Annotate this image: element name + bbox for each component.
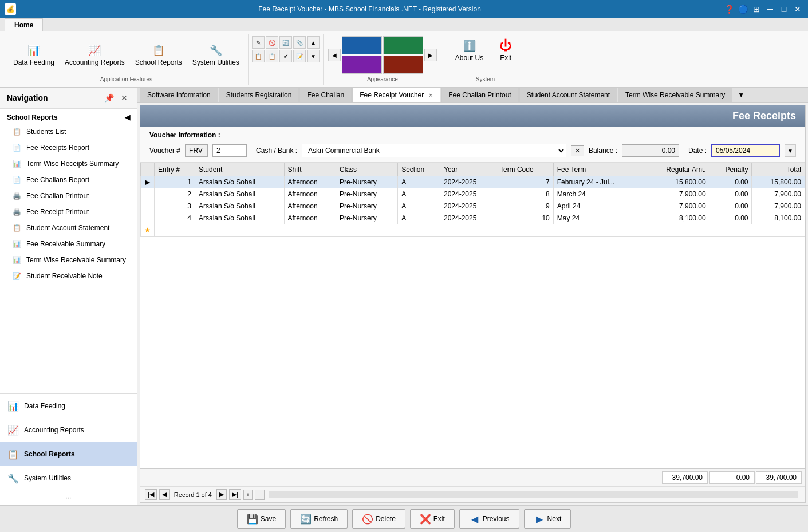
- exit-ribbon-btn[interactable]: ⏻ Exit: [492, 36, 519, 65]
- restore-button[interactable]: ⊞: [751, 3, 762, 15]
- nav-delete-btn[interactable]: −: [255, 490, 264, 500]
- tab-fee-receipt-voucher[interactable]: Fee Receipt Voucher ✕: [352, 88, 440, 103]
- color-swatch-blue[interactable]: [342, 36, 382, 54]
- tab-software-info[interactable]: Software Information: [140, 88, 218, 102]
- nav-pin-btn[interactable]: 📌: [102, 92, 116, 104]
- table-row[interactable]: 3 Arsalan S/o Sohail Afternoon Pre-Nurse…: [141, 200, 805, 212]
- nav-item-fee-challans[interactable]: 📄 Fee Challans Report: [0, 172, 137, 188]
- window-title: Fee Receipt Voucher - MBS School Financi…: [16, 5, 723, 13]
- row-term-code: 10: [496, 212, 553, 224]
- ribbon-content: 📊 Data Feeding 📈 Accounting Reports 📋 Sc…: [0, 31, 808, 87]
- toolbar-btn-7[interactable]: ✔: [279, 50, 292, 62]
- bank-clear-btn[interactable]: ✕: [571, 145, 584, 156]
- nav-dots: ···: [0, 490, 137, 505]
- nav-scrollbar[interactable]: [269, 491, 798, 498]
- school-reports-section[interactable]: School Reports ◀: [0, 109, 137, 124]
- date-input[interactable]: [711, 144, 780, 157]
- save-button[interactable]: 💾 Save: [237, 509, 286, 529]
- scroll-down[interactable]: ▼: [307, 50, 320, 62]
- nav-first-btn[interactable]: |◀: [145, 489, 157, 500]
- row-arrow: ▶: [141, 176, 155, 188]
- nav-next-btn[interactable]: ▶: [216, 489, 227, 500]
- previous-button[interactable]: ◀ Previous: [459, 509, 519, 529]
- toolbar-btn-5[interactable]: 📋: [252, 50, 265, 62]
- table-row[interactable]: 4 Arsalan S/o Sohail Afternoon Pre-Nurse…: [141, 212, 805, 224]
- help-button[interactable]: ❓: [723, 3, 735, 15]
- nav-item-student-receivable[interactable]: 📝 Student Receivable Note: [0, 268, 137, 284]
- tab-more-btn[interactable]: ▼: [733, 88, 749, 102]
- close-button[interactable]: ✕: [792, 3, 803, 15]
- row-student: Arsalan S/o Sohail: [195, 200, 285, 212]
- accounting-reports-ribbon-btn[interactable]: 📈 Accounting Reports: [61, 41, 129, 69]
- toolbar-btn-4[interactable]: 📎: [293, 36, 306, 49]
- date-dropdown-btn[interactable]: ▼: [785, 144, 796, 157]
- row-student: Arsalan S/o Sohail: [195, 212, 285, 224]
- scroll-right-appearance[interactable]: ▶: [424, 49, 437, 61]
- nav-item-term-wise-receipts[interactable]: 📊 Term Wise Receipts Summary: [0, 156, 137, 172]
- school-reports-ribbon-btn[interactable]: 📋 School Reports: [131, 41, 186, 69]
- voucher-number-input[interactable]: [212, 144, 247, 157]
- info-button[interactable]: 🔵: [737, 3, 748, 15]
- col-shift: Shift: [284, 163, 336, 176]
- row-year: 2024-2025: [440, 176, 496, 188]
- table-row-new[interactable]: ★: [141, 224, 805, 237]
- nav-item-students-list[interactable]: 📋 Students List: [0, 124, 137, 140]
- refresh-button[interactable]: 🔄 Refresh: [290, 509, 348, 529]
- table-row[interactable]: 2 Arsalan S/o Sohail Afternoon Pre-Nurse…: [141, 188, 805, 200]
- app-features-group: 📊 Data Feeding 📈 Accounting Reports 📋 Sc…: [9, 36, 243, 74]
- data-feeding-ribbon-btn[interactable]: 📊 Data Feeding: [9, 41, 58, 69]
- color-swatch-purple[interactable]: [342, 56, 382, 74]
- nav-bottom-accounting[interactable]: 📈 Accounting Reports: [0, 418, 137, 442]
- toolbar-btn-2[interactable]: 🚫: [266, 36, 278, 49]
- row-student: Arsalan S/o Sohail: [195, 176, 285, 188]
- nav-add-btn[interactable]: +: [243, 490, 253, 500]
- tab-student-account[interactable]: Student Account Statement: [519, 88, 617, 102]
- maximize-button[interactable]: □: [778, 3, 790, 15]
- next-button[interactable]: ▶ Next: [524, 509, 571, 529]
- nav-item-student-account[interactable]: 📋 Student Account Statement: [0, 220, 137, 236]
- nav-item-fee-challan-printout[interactable]: 🖨️ Fee Challan Printout: [0, 188, 137, 204]
- row-year: 2024-2025: [440, 212, 496, 224]
- tab-fee-challan-printout[interactable]: Fee Challan Printout: [441, 88, 518, 102]
- nav-item-fee-receivable[interactable]: 📊 Fee Receivable Summary: [0, 236, 137, 252]
- nav-bottom-utilities[interactable]: 🔧 System Utilities: [0, 466, 137, 490]
- system-utilities-ribbon-btn[interactable]: 🔧 System Utilities: [188, 41, 243, 69]
- color-swatch-green[interactable]: [383, 36, 423, 54]
- nav-prev-btn[interactable]: ◀: [159, 489, 170, 500]
- color-swatch-red[interactable]: [383, 56, 423, 74]
- nav-item-term-receivable[interactable]: 📊 Term Wise Receivable Summary: [0, 252, 137, 268]
- bank-select[interactable]: Askri Commercial Bank: [302, 144, 566, 157]
- form-header: Fee Receipts: [140, 105, 805, 127]
- ribbon-tab-home[interactable]: Home: [5, 18, 43, 31]
- fee-receipts-icon: 📄: [11, 143, 22, 153]
- nav-last-btn[interactable]: ▶|: [229, 489, 241, 500]
- exit-button[interactable]: ❌ Exit: [410, 509, 455, 529]
- toolbar-btn-3[interactable]: 🔄: [279, 36, 292, 49]
- nav-item-fee-receipt-printout[interactable]: 🖨️ Fee Receipt Printout: [0, 204, 137, 220]
- nav-item-fee-receipts[interactable]: 📄 Fee Receipts Report: [0, 140, 137, 156]
- school-bottom-icon: 📋: [7, 448, 19, 460]
- row-class: Pre-Nursery: [336, 200, 398, 212]
- navigation-panel: Navigation 📌 ✕ School Reports ◀ 📋 Studen…: [0, 88, 137, 505]
- minimize-button[interactable]: ─: [764, 3, 776, 15]
- row-class: Pre-Nursery: [336, 176, 398, 188]
- scroll-left-appearance[interactable]: ◀: [328, 49, 341, 61]
- grid-totals: 39,700.00 0.00 39,700.00: [140, 468, 805, 486]
- scroll-up[interactable]: ▲: [307, 36, 320, 49]
- toolbar-btn-6[interactable]: 📋: [266, 50, 278, 62]
- tab-students-reg[interactable]: Students Registration: [219, 88, 299, 102]
- tab-fee-challan[interactable]: Fee Challan: [299, 88, 352, 102]
- cash-bank-label: Cash / Bank :: [256, 147, 297, 155]
- nav-close-btn[interactable]: ✕: [119, 92, 130, 104]
- delete-button[interactable]: 🚫 Delete: [352, 509, 405, 529]
- about-us-btn[interactable]: ℹ️ About Us: [451, 36, 487, 65]
- voucher-prefix-input[interactable]: [185, 144, 208, 157]
- toolbar-btn-8[interactable]: 📝: [293, 50, 306, 62]
- nav-bottom-school[interactable]: 📋 School Reports: [0, 442, 137, 466]
- tab-term-receivable[interactable]: Term Wise Receivable Summary: [618, 88, 732, 102]
- tab-close-icon[interactable]: ✕: [428, 92, 433, 98]
- toolbar-btn-1[interactable]: ✎: [252, 36, 265, 49]
- data-grid[interactable]: Entry # Student Shift Class Section Year…: [140, 163, 805, 468]
- table-row[interactable]: ▶ 1 Arsalan S/o Sohail Afternoon Pre-Nur…: [141, 176, 805, 188]
- nav-bottom-data-feeding[interactable]: 📊 Data Feeding: [0, 394, 137, 418]
